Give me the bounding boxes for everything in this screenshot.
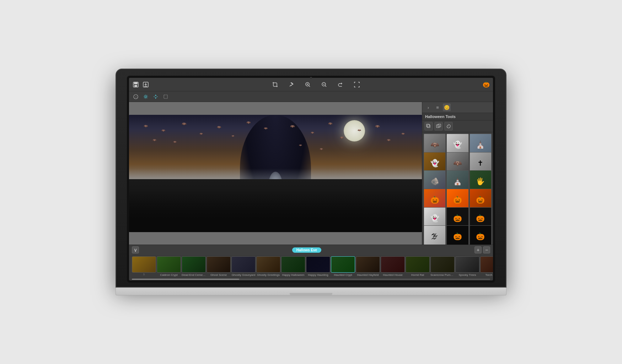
- film-label: Spooky Trees: [455, 273, 479, 277]
- film-item[interactable]: Ghost Scene: [207, 256, 231, 277]
- zoom-in-icon[interactable]: [304, 81, 312, 89]
- sticker-item[interactable]: 🌫: [424, 225, 446, 245]
- pin-icon[interactable]: [288, 81, 295, 89]
- crop-icon[interactable]: [271, 81, 279, 89]
- svg-rect-17: [427, 125, 430, 128]
- right-panel: › ≡ 😊 Halloween Tools: [422, 102, 493, 245]
- strip-label: Hallows Eve: [292, 247, 321, 253]
- zoom-out-icon[interactable]: [320, 81, 328, 89]
- film-thumb: [132, 256, 156, 273]
- film-label: Haunted House: [381, 273, 405, 277]
- settings-tool[interactable]: [142, 93, 150, 101]
- film-item[interactable]: Happy Halloween: [281, 256, 305, 277]
- film-label: Haunted Crypt: [331, 273, 355, 277]
- bottom-strip: ∨ Hallows Eve + − 1Caldron CryptDead End…: [129, 245, 493, 280]
- laptop-base: [116, 288, 506, 295]
- scrollbar-track: [132, 279, 490, 280]
- film-label: Scarecrow Pumpkins: [430, 273, 455, 277]
- svg-rect-2: [134, 85, 137, 87]
- film-item[interactable]: Ghostly Graveyard: [231, 256, 256, 277]
- stickers-grid: 🦇👻⛪👻🦇✝🪨⛪🖐🎃🎃🎃👻🎃🎃🌫🎃🎃: [422, 132, 493, 245]
- film-item[interactable]: Haunted Crypt: [331, 256, 355, 277]
- filmstrip[interactable]: 1Caldron CryptDead End CemeteryGhost Sce…: [129, 255, 493, 278]
- film-thumb: [306, 256, 330, 273]
- toolbar-secondary: i: [129, 91, 493, 102]
- film-thumb: [381, 256, 405, 273]
- film-item[interactable]: Caldron Crypt: [157, 256, 181, 277]
- film-label: Horrid Rat: [406, 273, 430, 277]
- theme-icon[interactable]: 🎃: [482, 81, 490, 89]
- export-icon[interactable]: [142, 81, 150, 89]
- paste-tool[interactable]: [434, 122, 443, 130]
- info-tool[interactable]: i: [132, 93, 140, 101]
- panel-expand-btn[interactable]: ›: [424, 103, 432, 111]
- sticker-item[interactable]: 🎃: [470, 225, 492, 245]
- strip-remove-btn[interactable]: −: [483, 246, 490, 253]
- svg-text:i: i: [136, 95, 136, 98]
- film-thumb: [480, 256, 493, 273]
- svg-rect-1: [134, 82, 138, 84]
- film-thumb: [406, 256, 430, 273]
- fullscreen-icon[interactable]: [353, 81, 361, 89]
- film-item[interactable]: Horrid Rat: [406, 256, 430, 277]
- app-window: 🎃 i: [129, 78, 493, 280]
- reset-tool[interactable]: [444, 122, 453, 130]
- film-thumb: [281, 256, 305, 273]
- film-item[interactable]: Haunted Hayfield: [356, 256, 380, 277]
- film-thumb: [182, 256, 206, 273]
- film-label: Happy Halloween: [281, 273, 305, 277]
- film-label: Ghostly Greetings: [256, 273, 280, 277]
- copy-tool[interactable]: [424, 122, 433, 130]
- film-item[interactable]: Spooky Trees: [455, 256, 479, 277]
- strip-collapse-btn[interactable]: ∨: [132, 246, 139, 253]
- move-tool[interactable]: [152, 93, 160, 101]
- canvas-image: 🦇🦇🦇🦇🦇🦇🦇🦇🦇🦇🦇🦇🦇🦇🦇🦇🦇🦇🦇🦇: [129, 115, 422, 232]
- canvas-area[interactable]: 🦇🦇🦇🦇🦇🦇🦇🦇🦇🦇🦇🦇🦇🦇🦇🦇🦇🦇🦇🦇: [129, 102, 422, 245]
- film-item[interactable]: Scarecrow Pumpkins: [430, 256, 455, 277]
- film-thumb: [157, 256, 181, 273]
- film-item[interactable]: Dead End Cemetery: [182, 256, 206, 277]
- toolbar-center: [152, 81, 480, 89]
- panel-tools: [422, 121, 493, 132]
- select-tool[interactable]: [162, 93, 170, 101]
- film-item[interactable]: Haunted House: [381, 256, 405, 277]
- film-item[interactable]: 1: [132, 256, 156, 277]
- laptop-body: 🎃 i: [116, 69, 506, 288]
- svg-point-15: [145, 96, 147, 97]
- film-label: Happy Haunting: [306, 273, 330, 277]
- redo-icon[interactable]: [337, 81, 344, 89]
- film-thumb: [356, 256, 380, 273]
- film-item[interactable]: Torch Light: [480, 256, 493, 277]
- laptop-hinge: [290, 293, 332, 295]
- toolbar-right: 🎃: [482, 81, 490, 89]
- film-thumb: [256, 256, 280, 273]
- film-item[interactable]: Happy Haunting: [306, 256, 330, 277]
- film-label: Dead End Cemetery: [182, 273, 206, 277]
- strip-add-btn[interactable]: +: [474, 246, 482, 253]
- toolbar-top: 🎃: [129, 78, 493, 91]
- svg-rect-16: [164, 95, 167, 98]
- film-label: Caldron Crypt: [157, 273, 181, 277]
- film-thumb: [231, 256, 256, 273]
- panel-list-btn[interactable]: ≡: [434, 103, 441, 111]
- film-label: Ghost Scene: [207, 273, 231, 277]
- panel-title-bar: Halloween Tools: [422, 113, 493, 121]
- save-icon[interactable]: [132, 81, 140, 89]
- svg-line-12: [325, 86, 326, 87]
- camera-dot: [310, 77, 312, 79]
- panel-sticker-btn[interactable]: 😊: [443, 103, 451, 111]
- laptop-outer: 🎃 i: [116, 69, 506, 295]
- screen: 🎃 i: [129, 78, 493, 280]
- film-item[interactable]: Ghostly Greetings: [256, 256, 280, 277]
- film-number: 1: [143, 273, 145, 276]
- svg-rect-18: [427, 124, 429, 127]
- main-content: 🦇🦇🦇🦇🦇🦇🦇🦇🦇🦇🦇🦇🦇🦇🦇🦇🦇🦇🦇🦇: [129, 102, 493, 245]
- screen-bezel: 🎃 i: [127, 76, 495, 283]
- svg-line-9: [309, 86, 310, 87]
- sticker-item[interactable]: 🎃: [446, 225, 468, 245]
- film-thumb: [207, 256, 231, 273]
- strip-header: ∨ Hallows Eve + −: [129, 245, 493, 255]
- trees-overlay: [129, 189, 422, 232]
- moon: [344, 120, 365, 141]
- film-label: Torch Light: [480, 273, 493, 277]
